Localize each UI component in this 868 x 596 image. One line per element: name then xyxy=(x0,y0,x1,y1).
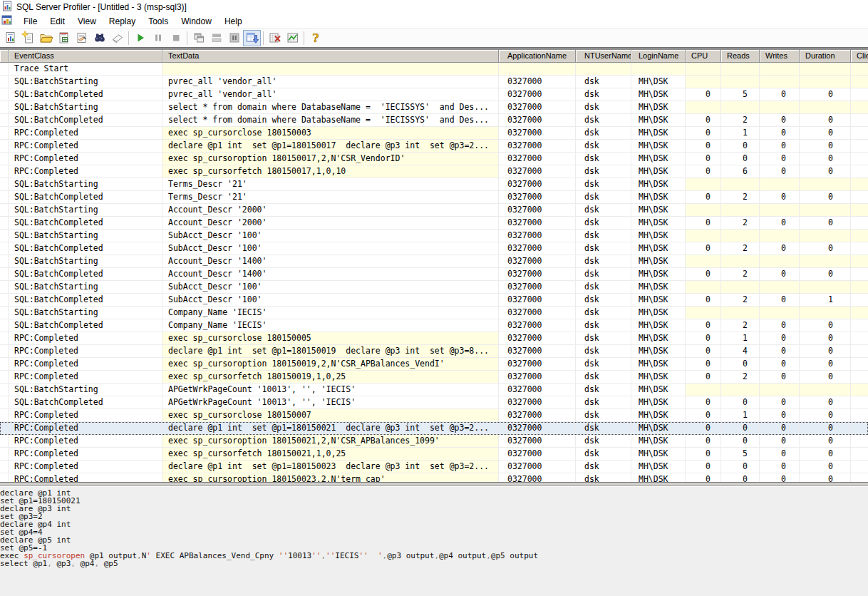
column-header-reads[interactable]: Reads xyxy=(721,50,760,63)
trace-row[interactable]: RPC:Completedexec sp_cursoroption 180150… xyxy=(0,358,868,371)
menu-item-replay[interactable]: Replay xyxy=(103,15,142,28)
trace-row[interactable]: RPC:Completedexec sp_cursorclose 1801500… xyxy=(0,409,868,422)
new-trace-icon[interactable] xyxy=(19,30,37,46)
column-header-loginname[interactable]: LoginName xyxy=(631,50,686,63)
pause-display-icon[interactable] xyxy=(225,30,243,46)
menu-item-edit[interactable]: Edit xyxy=(43,15,71,28)
writes-cell: 0 xyxy=(760,114,800,127)
open-folder-icon[interactable] xyxy=(37,30,55,46)
cpu-cell: 0 xyxy=(686,88,721,101)
menu-item-view[interactable]: View xyxy=(71,15,103,28)
column-header-textdata[interactable]: TextData xyxy=(162,50,499,63)
help-icon[interactable]: ? xyxy=(306,30,324,46)
mdi-child-icon xyxy=(1,15,13,28)
chart-document-icon[interactable] xyxy=(1,30,19,46)
trace-row[interactable]: SQL:BatchCompletedAPGetWrkPageCount '100… xyxy=(0,396,868,409)
trace-row[interactable]: RPC:Completeddeclare @p1 int set @p1=180… xyxy=(0,345,868,358)
trace-row[interactable]: SQL:BatchCompletedSubAcct_Descr '100'032… xyxy=(0,294,868,307)
eventclass-cell: SQL:BatchCompleted xyxy=(9,294,162,307)
column-header-ntusername[interactable]: NTUserName xyxy=(576,50,631,63)
column-header-duration[interactable]: Duration xyxy=(800,50,851,63)
properties-icon[interactable] xyxy=(73,30,91,46)
trace-row[interactable]: SQL:BatchCompletedAccount_Descr '1400'03… xyxy=(0,268,868,281)
eventclass-cell: SQL:BatchStarting xyxy=(9,281,162,294)
ntusername-cell: dsk xyxy=(576,294,631,307)
trace-row[interactable]: SQL:BatchStartingpvrec_all 'vendor_all'0… xyxy=(0,76,868,88)
writes-cell: 0 xyxy=(760,435,800,448)
cpu-cell: 0 xyxy=(686,345,721,358)
save-trace-icon[interactable] xyxy=(55,30,73,46)
textdata-cell: exec sp_cursoroption 180150023,2,N'term_… xyxy=(162,473,499,482)
writes-cell: 0 xyxy=(760,409,800,422)
trace-row[interactable]: RPC:Completedexec sp_cursoroption 180150… xyxy=(0,153,868,165)
trace-row[interactable]: RPC:Completedexec sp_cursorfetch 1801500… xyxy=(0,165,868,178)
column-header-eventclass[interactable]: EventClass xyxy=(9,50,162,63)
applicationname-cell: 0327000 xyxy=(499,204,576,217)
trace-row[interactable]: SQL:BatchStartingSubAcct_Descr '100'0327… xyxy=(0,281,868,294)
trace-row[interactable]: RPC:Completedexec sp_cursoroption 180150… xyxy=(0,473,868,482)
cpu-cell: 0 xyxy=(686,140,721,153)
trace-row[interactable]: RPC:Completedexec sp_cursorfetch 1801500… xyxy=(0,448,868,461)
trace-row[interactable]: SQL:BatchCompletedSubAcct_Descr '100'032… xyxy=(0,242,868,255)
duration-cell xyxy=(800,63,851,76)
writes-cell xyxy=(760,178,800,191)
duration-cell: 1 xyxy=(800,294,851,307)
trace-row[interactable]: SQL:BatchCompletedpvrec_all 'vendor_all'… xyxy=(0,88,868,101)
trace-row[interactable]: SQL:BatchStartingselect * from domain wh… xyxy=(0,101,868,114)
trace-row[interactable]: RPC:Completeddeclare @p1 int set @p1=180… xyxy=(0,422,868,435)
trace-row[interactable]: SQL:BatchStartingCompany_Name 'IECIS'032… xyxy=(0,307,868,319)
trace-row[interactable]: SQL:BatchCompletedAccount_Descr '2000'03… xyxy=(0,217,868,230)
extract-events-icon[interactable] xyxy=(266,30,284,46)
menu-item-file[interactable]: File xyxy=(17,15,43,28)
writes-cell: 0 xyxy=(760,191,800,204)
eventclass-cell: SQL:BatchStarting xyxy=(9,384,162,396)
textdata-detail-pane[interactable]: declare @p1 intset @p1=180150021declare … xyxy=(0,486,868,596)
cascade-windows-icon[interactable] xyxy=(190,30,207,46)
clear-trace-icon[interactable] xyxy=(108,30,126,46)
trace-row[interactable]: RPC:Completeddeclare @p1 int set @p1=180… xyxy=(0,140,868,153)
trace-row[interactable]: SQL:BatchStartingSubAcct_Descr '100'0327… xyxy=(0,230,868,242)
column-header-clientprocessid[interactable]: ClientProcessID xyxy=(851,50,868,63)
find-icon[interactable] xyxy=(91,30,108,46)
trace-row[interactable]: Trace Start xyxy=(0,63,868,76)
split-view-icon[interactable] xyxy=(207,30,225,46)
textdata-cell: exec sp_cursoroption 180150021,2,N'CSR_A… xyxy=(162,435,499,448)
trace-row[interactable]: RPC:Completeddeclare @p1 int set @p1=180… xyxy=(0,461,868,473)
menu-item-tools[interactable]: Tools xyxy=(142,15,175,28)
applicationname-cell: 0327000 xyxy=(499,332,576,345)
trace-row[interactable]: SQL:BatchStartingAccount_Descr '2000'032… xyxy=(0,204,868,217)
textdata-cell: exec sp_cursoroption 180150017,2,N'CSR_V… xyxy=(162,153,499,165)
column-header-applicationname[interactable]: ApplicationName xyxy=(499,50,576,63)
column-header-writes[interactable]: Writes xyxy=(760,50,800,63)
trace-row[interactable]: SQL:BatchCompletedTerms_Descr '21'032700… xyxy=(0,191,868,204)
textdata-cell: Terms_Descr '21' xyxy=(162,178,499,191)
performance-monitor-icon[interactable] xyxy=(284,30,301,46)
applicationname-cell: 0327000 xyxy=(499,307,576,319)
clientprocessid-cell xyxy=(851,153,868,165)
row-marker-cell xyxy=(0,422,9,435)
trace-row[interactable]: SQL:BatchStartingTerms_Descr '21'0327000… xyxy=(0,178,868,191)
cpu-cell xyxy=(686,204,721,217)
clientprocessid-cell xyxy=(851,448,868,461)
trace-row[interactable]: RPC:Completedexec sp_cursorclose 1801500… xyxy=(0,127,868,140)
duration-cell xyxy=(800,204,851,217)
trace-row[interactable]: RPC:Completedexec sp_cursorclose 1801500… xyxy=(0,332,868,345)
trace-grid: EventClass TextData ApplicationName NTUs… xyxy=(0,50,868,482)
auto-scroll-icon[interactable] xyxy=(243,30,261,46)
detail-line: declare @p4 int xyxy=(0,520,868,528)
clientprocessid-cell xyxy=(851,307,868,319)
start-trace-icon[interactable] xyxy=(131,30,149,46)
menu-item-window[interactable]: Window xyxy=(175,15,218,28)
menu-item-help[interactable]: Help xyxy=(218,15,249,28)
eventclass-cell: RPC:Completed xyxy=(9,473,162,482)
loginname-cell: MH\DSK xyxy=(631,230,686,242)
loginname-cell: MH\DSK xyxy=(631,319,686,332)
column-header-cpu[interactable]: CPU xyxy=(686,50,721,63)
trace-row[interactable]: SQL:BatchStartingAccount_Descr '1400'032… xyxy=(0,255,868,268)
column-header-rowmarker xyxy=(0,50,9,63)
trace-row[interactable]: SQL:BatchCompletedCompany_Name 'IECIS'03… xyxy=(0,319,868,332)
trace-row[interactable]: RPC:Completedexec sp_cursoroption 180150… xyxy=(0,435,868,448)
trace-row[interactable]: SQL:BatchCompletedselect * from domain w… xyxy=(0,114,868,127)
trace-row[interactable]: RPC:Completedexec sp_cursorfetch 1801500… xyxy=(0,371,868,384)
trace-row[interactable]: SQL:BatchStartingAPGetWrkPageCount '1001… xyxy=(0,384,868,396)
